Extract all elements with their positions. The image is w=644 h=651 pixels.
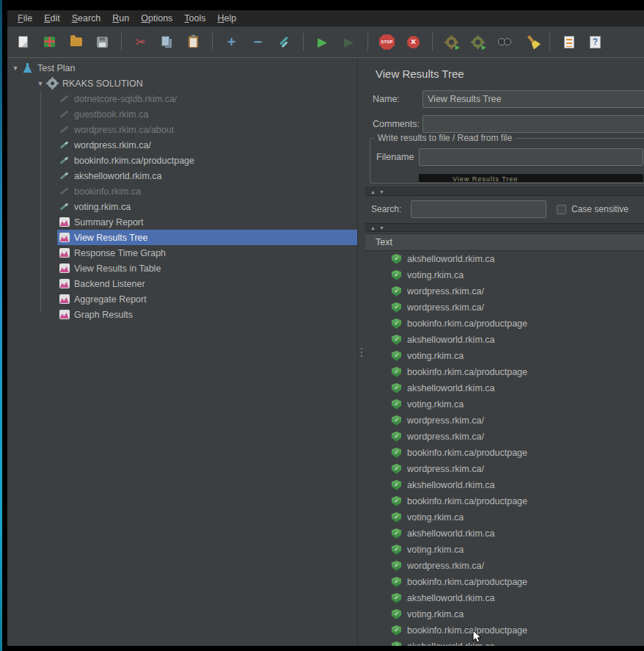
menu-search[interactable]: Search bbox=[66, 12, 107, 25]
collapse-down-icon[interactable]: ▼ bbox=[379, 225, 384, 230]
stop-icon[interactable]: STOP bbox=[377, 32, 397, 52]
result-item[interactable]: ✓bookinfo.rkim.ca/productpage bbox=[365, 364, 644, 380]
success-shield-icon: ✓ bbox=[392, 464, 401, 474]
sampler-icon bbox=[59, 155, 70, 166]
collapse-up-icon[interactable]: ▲ bbox=[370, 189, 376, 194]
tree-item-summary-report[interactable]: Summary Report bbox=[7, 214, 357, 230]
add-icon[interactable]: + bbox=[222, 32, 241, 52]
result-item-label: bookinfo.rkim.ca/productpage bbox=[407, 448, 527, 458]
tree-item-aggregate-report[interactable]: Aggregate Report bbox=[7, 291, 357, 307]
remove-icon[interactable]: − bbox=[248, 32, 268, 52]
tree-item-backend-listener[interactable]: Backend Listener bbox=[7, 276, 357, 291]
tree-item-graph-results[interactable]: Graph Results bbox=[7, 307, 357, 322]
start-icon[interactable]: ▶ bbox=[312, 32, 332, 52]
tree-item-label: Aggregate Report bbox=[74, 294, 147, 305]
menu-help[interactable]: Help bbox=[212, 12, 243, 25]
menu-file[interactable]: File bbox=[12, 12, 38, 25]
result-item-label: voting.rkim.ca bbox=[407, 270, 464, 280]
listener-icon bbox=[59, 247, 70, 258]
result-item[interactable]: ✓wordpress.rkim.ca/ bbox=[365, 299, 644, 316]
result-item-label: akshelloworld.rkim.ca bbox=[407, 383, 494, 393]
result-item[interactable]: ✓wordpress.rkim.ca/ bbox=[365, 412, 644, 429]
tree-item-wordpress-rkim-ca-about[interactable]: wordpress.rkim.ca/about bbox=[7, 122, 357, 137]
main-split: ▼Test Plan▼RKAKS SOLUTIONdotnetcore-sqld… bbox=[7, 59, 644, 646]
result-item[interactable]: ✓bookinfo.rkim.ca/productpage bbox=[365, 574, 644, 590]
new-file-icon[interactable] bbox=[13, 32, 33, 52]
result-item[interactable]: ✓voting.rkim.ca bbox=[365, 606, 644, 622]
success-shield-icon: ✓ bbox=[392, 415, 401, 426]
listener-icon bbox=[59, 294, 70, 304]
result-item[interactable]: ✓akshelloworld.rkim.ca bbox=[365, 639, 644, 646]
changelog-icon[interactable] bbox=[559, 32, 579, 52]
tree-item-wordpress-rkim-ca[interactable]: wordpress.rkim.ca/ bbox=[7, 137, 357, 153]
collapse-strip-lower[interactable]: ▲ ▼ bbox=[365, 223, 644, 232]
tree-item-bookinfo-rkim-ca-productpage[interactable]: bookinfo.rkim.ca/productpage bbox=[7, 153, 357, 168]
tree-item-test-plan[interactable]: ▼Test Plan bbox=[7, 60, 357, 76]
listener-icon bbox=[59, 278, 70, 289]
result-item[interactable]: ✓akshelloworld.rkim.ca bbox=[365, 251, 644, 267]
remote-start-all-icon[interactable] bbox=[468, 32, 488, 52]
tree-item-akshelloworld-rkim-ca[interactable]: akshelloworld.rkim.ca bbox=[7, 168, 357, 183]
result-item[interactable]: ✓wordpress.rkim.ca/ bbox=[365, 429, 644, 445]
expand-arrow-icon[interactable]: ▼ bbox=[35, 80, 45, 87]
result-item[interactable]: ✓akshelloworld.rkim.ca bbox=[365, 332, 644, 348]
result-item[interactable]: ✓voting.rkim.ca bbox=[365, 509, 644, 525]
templates-icon[interactable] bbox=[40, 32, 59, 52]
menu-options[interactable]: Options bbox=[135, 12, 178, 25]
collapse-up-icon[interactable]: ▲ bbox=[370, 225, 376, 230]
clear-search-icon bbox=[527, 35, 534, 43]
result-item[interactable]: ✓voting.rkim.ca bbox=[365, 348, 644, 364]
menu-tools[interactable]: Tools bbox=[178, 12, 211, 25]
listener-icon bbox=[59, 279, 70, 288]
result-item[interactable]: ✓wordpress.rkim.ca/ bbox=[365, 283, 644, 299]
success-shield-icon: ✓ bbox=[392, 351, 401, 361]
tree-item-view-results-tree[interactable]: View Results Tree bbox=[7, 230, 357, 245]
expand-arrow-icon[interactable]: ▼ bbox=[10, 65, 21, 72]
collapse-strip-upper[interactable]: ▲ ▼ bbox=[365, 187, 644, 196]
name-input[interactable] bbox=[422, 90, 644, 108]
search-input[interactable] bbox=[411, 200, 546, 218]
menu-edit[interactable]: Edit bbox=[38, 12, 66, 25]
results-column-header[interactable]: Text bbox=[365, 233, 644, 251]
help-icon[interactable]: ? bbox=[585, 32, 605, 52]
menu-run[interactable]: Run bbox=[106, 12, 135, 25]
tree-item-rkaks-solution[interactable]: ▼RKAKS SOLUTION bbox=[7, 76, 357, 91]
success-shield-icon: ✓ bbox=[392, 609, 401, 619]
result-item[interactable]: ✓akshelloworld.rkim.ca bbox=[365, 477, 644, 493]
result-item[interactable]: ✓voting.rkim.ca bbox=[365, 267, 644, 283]
split-handle[interactable]: ⋮ bbox=[358, 59, 365, 646]
remote-start-icon[interactable] bbox=[442, 32, 461, 52]
result-item[interactable]: ✓bookinfo.rkim.ca/productpage bbox=[365, 622, 644, 639]
case-sensitive-checkbox[interactable] bbox=[557, 205, 566, 214]
result-item[interactable]: ✓bookinfo.rkim.ca/productpage bbox=[365, 493, 644, 509]
copy-icon[interactable] bbox=[157, 32, 177, 52]
save-icon[interactable] bbox=[92, 32, 112, 52]
comments-input[interactable] bbox=[422, 115, 644, 133]
paste-icon[interactable] bbox=[183, 32, 203, 52]
result-item[interactable]: ✓akshelloworld.rkim.ca bbox=[365, 380, 644, 396]
tree-item-dotnetcore-sqldb-rkim-ca[interactable]: dotnetcore-sqldb.rkim.ca/ bbox=[7, 91, 357, 106]
filename-input[interactable] bbox=[419, 148, 643, 166]
result-item[interactable]: ✓akshelloworld.rkim.ca bbox=[365, 525, 644, 542]
tree-item-response-time-graph[interactable]: Response Time Graph bbox=[7, 245, 357, 261]
shutdown-icon[interactable]: × bbox=[403, 32, 423, 52]
open-file-icon[interactable] bbox=[66, 32, 86, 52]
result-item[interactable]: ✓akshelloworld.rkim.ca bbox=[365, 590, 644, 606]
start-no-pauses-icon[interactable]: ▶ bbox=[339, 32, 359, 52]
tree-item-guestbook-rkim-ca[interactable]: guestbook.rkim.ca bbox=[7, 106, 357, 122]
case-sensitive-label: Case sensitive bbox=[571, 204, 629, 214]
toggle-icon[interactable] bbox=[274, 32, 294, 52]
clear-search-icon[interactable] bbox=[521, 32, 541, 52]
result-item[interactable]: ✓voting.rkim.ca bbox=[365, 542, 644, 558]
tree-item-view-results-in-table[interactable]: View Results in Table bbox=[7, 261, 357, 276]
result-item[interactable]: ✓bookinfo.rkim.ca/productpage bbox=[365, 445, 644, 461]
tree-item-bookinfo-rkim-ca[interactable]: bookinfo.rkim.ca bbox=[7, 183, 357, 199]
cut-icon[interactable]: ✂ bbox=[131, 32, 150, 52]
search-icon[interactable] bbox=[494, 32, 514, 52]
result-item[interactable]: ✓wordpress.rkim.ca/ bbox=[365, 558, 644, 574]
result-item[interactable]: ✓bookinfo.rkim.ca/productpage bbox=[365, 316, 644, 332]
result-item[interactable]: ✓voting.rkim.ca bbox=[365, 396, 644, 412]
tree-item-voting-rkim-ca[interactable]: voting.rkim.ca bbox=[7, 199, 357, 214]
collapse-down-icon[interactable]: ▼ bbox=[379, 189, 384, 194]
result-item[interactable]: ✓wordpress.rkim.ca/ bbox=[365, 461, 644, 477]
